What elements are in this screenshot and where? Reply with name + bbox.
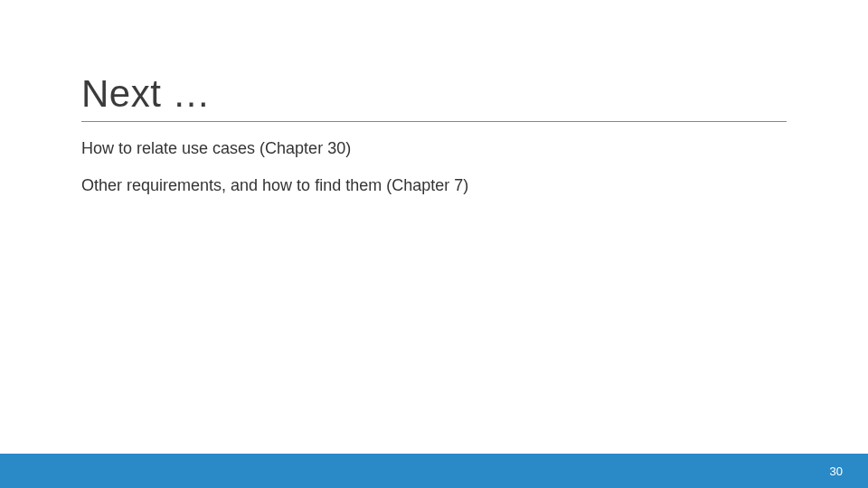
page-number: 30 xyxy=(830,465,843,478)
bullet-item: Other requirements, and how to find them… xyxy=(81,175,787,196)
slide-content: Next … How to relate use cases (Chapter … xyxy=(0,0,868,197)
slide-title: Next … xyxy=(81,72,787,122)
footer-bar: 30 xyxy=(0,454,868,488)
bullet-item: How to relate use cases (Chapter 30) xyxy=(81,138,787,159)
